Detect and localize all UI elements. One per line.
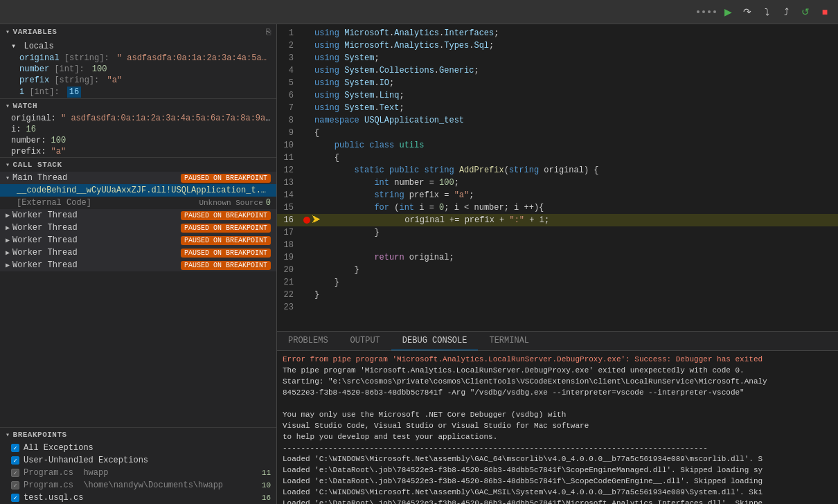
worker1-arrow-icon: ▶ [6, 211, 10, 219]
dot3 [708, 10, 711, 13]
left-panel: ▾ VARIABLES ⎘ ▾ Locals original [string]… [0, 24, 277, 504]
code-line-18: 18 [277, 239, 838, 251]
worker-thread-4-header[interactable]: ▶ Worker Thread PAUSED ON BREAKPOINT [0, 246, 276, 259]
main-thread-header[interactable]: ▾ Main Thread PAUSED ON BREAKPOINT [0, 172, 276, 184]
variables-label: VARIABLES [13, 28, 57, 36]
code-line-7: 7 using System.Text; [277, 102, 838, 114]
code-line-16: 16 ⮞ original += prefix + ":" + i; [277, 214, 838, 226]
code-line-2: 2 using Microsoft.Analytics.Types.Sql; [277, 39, 838, 52]
breakpoints-section: ▾ BREAKPOINTS ✓ All Exceptions ✓ User-Un… [0, 427, 276, 504]
variables-section: ▾ VARIABLES ⎘ ▾ Locals original [string]… [0, 24, 276, 99]
code-line-5: 5 using System.IO; [277, 77, 838, 89]
code-area: 1 using Microsoft.Analytics.Interfaces; … [277, 24, 838, 331]
debug-toolbar: ▶ ↷ ⤵ ⤴ ↺ ■ [0, 0, 838, 24]
console-line-7: Visual Studio Code, Visual Studio or Vis… [283, 420, 832, 431]
console-line-4: 84522e3-f3b8-4520-86b3-48dbb5c7841f -Arg… [283, 387, 832, 398]
tab-terminal[interactable]: TERMINAL [478, 332, 540, 350]
code-line-14: 14 string prefix = "a"; [277, 189, 838, 201]
worker2-arrow-icon: ▶ [6, 224, 10, 232]
callstack-label: CALL STACK [13, 161, 62, 169]
code-line-12: 12 static public string AddPrefix(string… [277, 164, 838, 177]
code-panel: 1 using Microsoft.Analytics.Interfaces; … [277, 24, 838, 504]
debug-console-content: Error from pipe program 'Microsoft.Analy… [277, 351, 838, 504]
worker4-arrow-icon: ▶ [6, 249, 10, 257]
main-thread-group: ▾ Main Thread PAUSED ON BREAKPOINT __cod… [0, 172, 276, 209]
worker-thread-4: ▶ Worker Thread PAUSED ON BREAKPOINT [0, 246, 276, 259]
bp-program-cs-1[interactable]: ✓ Program.cs hwapp 11 [0, 467, 276, 479]
continue-button[interactable]: ▶ [720, 4, 736, 19]
var-row-original[interactable]: original [string]: " asdfasdfa:0a:1a:2a:… [0, 53, 276, 64]
code-line-9: 9 { [277, 127, 838, 139]
callstack-header[interactable]: ▾ CALL STACK [0, 158, 276, 172]
code-line-23: 23 [277, 301, 838, 314]
variables-arrow-icon: ▾ [6, 28, 10, 36]
toolbar-dots [697, 10, 716, 13]
code-line-20: 20 } [277, 264, 838, 276]
callstack-section: ▾ CALL STACK ▾ Main Thread PAUSED ON BRE… [0, 158, 276, 427]
step-into-button[interactable]: ⤵ [759, 4, 774, 19]
variables-header[interactable]: ▾ VARIABLES ⎘ [0, 24, 276, 39]
console-line-6: You may only use the Microsoft .NET Core… [283, 409, 832, 420]
watch-row-original[interactable]: original: " asdfasdfa:0a:1a:2a:3a:4a:5a:… [0, 113, 276, 124]
worker-thread-3: ▶ Worker Thread PAUSED ON BREAKPOINT [0, 234, 276, 246]
code-line-6: 6 using System.Linq; [277, 89, 838, 102]
tab-debug-console[interactable]: DEBUG CONSOLE [391, 332, 479, 350]
code-line-17: 17 } [277, 226, 838, 239]
bp-test-usql-checkbox[interactable]: ✓ [11, 494, 19, 502]
console-line-11: Loaded 'e:\DataRoot\.job\784522e3-f3b8-4… [283, 465, 832, 476]
tab-problems[interactable]: PROBLEMS [277, 332, 339, 350]
main-thread-arrow-icon: ▾ [6, 174, 10, 182]
worker-thread-3-header[interactable]: ▶ Worker Thread PAUSED ON BREAKPOINT [0, 234, 276, 246]
console-line-8: to help you develop and test your applic… [283, 431, 832, 442]
watch-row-number[interactable]: number: 100 [0, 135, 276, 146]
locals-header[interactable]: ▾ Locals [0, 39, 276, 53]
worker-thread-2: ▶ Worker Thread PAUSED ON BREAKPOINT [0, 222, 276, 234]
console-line-2: The pipe program 'Microsoft.Analytics.Lo… [283, 365, 832, 376]
console-line-12: Loaded 'e:\DataRoot\.job\784522e3-f3b8-4… [283, 476, 832, 487]
bottom-tabs: PROBLEMS OUTPUT DEBUG CONSOLE TERMINAL [277, 332, 838, 351]
breakpoint-circle-16 [303, 217, 310, 224]
var-row-number[interactable]: number [int]: 100 [0, 64, 276, 75]
bp-all-exceptions[interactable]: ✓ All Exceptions [0, 442, 276, 454]
breakpoints-header[interactable]: ▾ BREAKPOINTS [0, 428, 276, 442]
bp-all-exceptions-checkbox[interactable]: ✓ [11, 444, 19, 452]
var-row-prefix[interactable]: prefix [string]: "a" [0, 75, 276, 86]
code-line-15: 15 for (int i = 0; i < number; i ++){ [277, 201, 838, 214]
bottom-panel: PROBLEMS OUTPUT DEBUG CONSOLE TERMINAL E… [277, 331, 838, 504]
watch-row-prefix[interactable]: prefix: "a" [0, 146, 276, 157]
step-out-button[interactable]: ⤴ [778, 4, 794, 19]
stop-button[interactable]: ■ [817, 4, 832, 19]
worker5-arrow-icon: ▶ [6, 261, 10, 269]
callstack-threads: ▾ Main Thread PAUSED ON BREAKPOINT __cod… [0, 172, 276, 427]
variables-copy-btn[interactable]: ⎘ [266, 27, 271, 37]
code-line-11: 11 { [277, 152, 838, 164]
locals-arrow-icon: ▾ [11, 42, 16, 51]
worker-thread-2-header[interactable]: ▶ Worker Thread PAUSED ON BREAKPOINT [0, 222, 276, 234]
watch-section: ▾ WATCH original: " asdfasdfa:0a:1a:2a:3… [0, 99, 276, 158]
bp-test-usql[interactable]: ✓ test.usql.cs 16 [0, 492, 276, 504]
watch-row-i[interactable]: i: 16 [0, 124, 276, 135]
bp-program-cs2-checkbox[interactable]: ✓ [11, 481, 19, 489]
main-area: ▾ VARIABLES ⎘ ▾ Locals original [string]… [0, 24, 838, 504]
console-line-5 [283, 398, 832, 409]
code-line-3: 3 using System; [277, 52, 838, 64]
restart-button[interactable]: ↺ [798, 4, 813, 19]
code-line-21: 21 } [277, 276, 838, 289]
bp-unhandled-checkbox[interactable]: ✓ [11, 456, 19, 465]
worker-thread-5-header[interactable]: ▶ Worker Thread PAUSED ON BREAKPOINT [0, 259, 276, 271]
code-line-1: 1 using Microsoft.Analytics.Interfaces; [277, 27, 838, 39]
bp-program-cs-2[interactable]: ✓ Program.cs \home\nandyw\Documents\hwap… [0, 479, 276, 492]
code-line-13: 13 int number = 100; [277, 177, 838, 189]
bp-program-cs1-checkbox[interactable]: ✓ [11, 469, 19, 477]
console-line-9: ----------------------------------------… [283, 442, 832, 453]
var-row-i[interactable]: i [int]: 16 [0, 86, 276, 98]
stack-frame-codebehind[interactable]: __codeBehind__wCyUUaAxxZJF.dll!USQLAppli… [0, 184, 276, 197]
console-line-14: Loaded 'e:\DataRoot\.job\784522e3-f3b8-4… [283, 498, 832, 504]
worker-thread-1: ▶ Worker Thread PAUSED ON BREAKPOINT [0, 209, 276, 222]
tab-output[interactable]: OUTPUT [339, 332, 391, 350]
watch-header[interactable]: ▾ WATCH [0, 99, 276, 113]
bp-unhandled-exceptions[interactable]: ✓ User-Unhandled Exceptions [0, 454, 276, 467]
worker-thread-1-header[interactable]: ▶ Worker Thread PAUSED ON BREAKPOINT [0, 209, 276, 222]
stack-frame-external[interactable]: [External Code] Unknown Source 0 [0, 197, 276, 209]
step-over-button[interactable]: ↷ [740, 4, 755, 19]
